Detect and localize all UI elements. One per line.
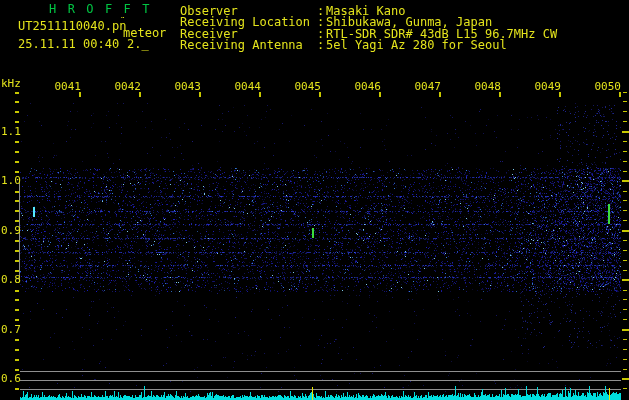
output-filename: UT2511110040.pn [18, 20, 126, 32]
station-info-label: Receiving Antenna [180, 40, 317, 51]
counter-value: 2._ [127, 38, 149, 50]
time-tick-label: 0045 [293, 81, 321, 92]
observation-datetime: 25.11.11 00:40 [18, 38, 119, 50]
station-info-value: 5el Yagi Az 280 for Seoul [326, 38, 507, 52]
station-info-separator: : [317, 40, 326, 51]
app-title: H R O F F T [49, 3, 152, 15]
time-tick-label: 0048 [473, 81, 501, 92]
freq-tick-label: 0.6 [1, 373, 20, 384]
time-tick-label: 0046 [353, 81, 381, 92]
time-tick-label: 0041 [53, 81, 81, 92]
freq-tick-label: 0.9 [1, 225, 20, 236]
filename-tail-mark: ¨ [120, 17, 125, 26]
freq-unit-label: kHz [1, 78, 21, 89]
time-tick-label: 0047 [413, 81, 441, 92]
freq-tick-label: 0.7 [1, 324, 20, 335]
freq-tick-label: 1.0 [1, 175, 20, 186]
time-tick-label: 0050 [593, 81, 621, 92]
hrofft-window: H R O F F T UT2511110040.pn ¨ meteor 25.… [0, 0, 629, 400]
spectrogram-plot [0, 0, 629, 400]
freq-tick-label: 0.8 [1, 274, 20, 285]
time-tick-label: 0044 [233, 81, 261, 92]
station-info-row: Receiving Antenna:5el Yagi Az 280 for Se… [180, 40, 557, 51]
station-info-table: Observer:Masaki KanoReceiving Location:S… [180, 6, 557, 52]
time-tick-label: 0049 [533, 81, 561, 92]
time-tick-label: 0042 [113, 81, 141, 92]
time-tick-label: 0043 [173, 81, 201, 92]
freq-tick-label: 1.1 [1, 126, 20, 137]
